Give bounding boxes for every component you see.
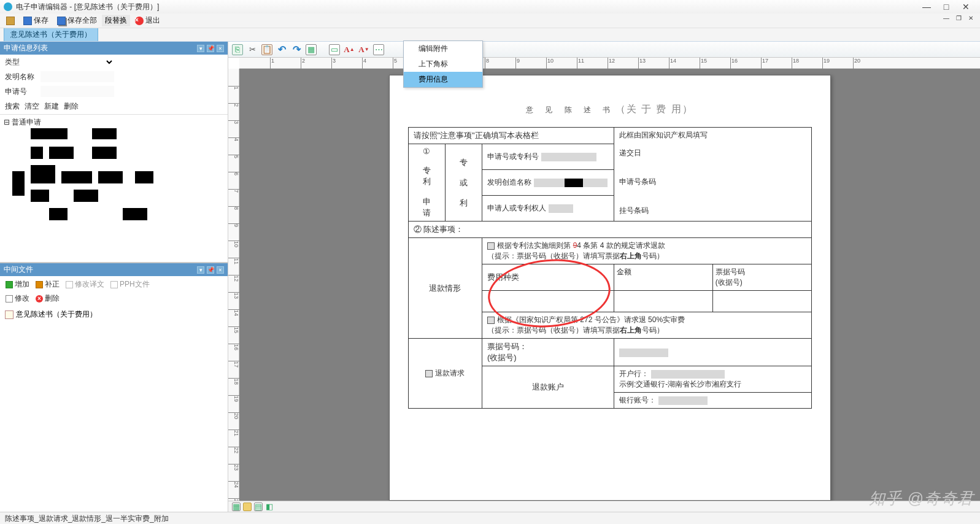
invention-name-input[interactable] bbox=[41, 71, 114, 82]
supplement-button[interactable]: 补正 bbox=[34, 279, 61, 290]
cut-icon[interactable]: ✂ bbox=[247, 44, 258, 55]
modify-button[interactable]: 修改 bbox=[4, 293, 31, 304]
window-controls: — □ ✕ bbox=[922, 2, 976, 11]
page-icon[interactable]: ▭ bbox=[329, 44, 340, 55]
mid-close-icon[interactable]: × bbox=[217, 266, 224, 274]
app-info-title: 申请信息列表 bbox=[4, 43, 48, 53]
redacted-tree-content bbox=[12, 128, 172, 239]
panel-close-icon[interactable]: × bbox=[217, 45, 224, 52]
exit-button[interactable]: ×退出 bbox=[131, 14, 164, 27]
amount-receipt-value[interactable] bbox=[614, 291, 812, 312]
reg-barcode-label: 挂号条码 bbox=[619, 206, 806, 216]
copy-icon[interactable]: ⎘ bbox=[232, 44, 243, 55]
menu-fee-info[interactable]: 费用信息 bbox=[404, 72, 482, 87]
app-info-panel: 申请信息列表 ▾📌× 类型 发明名称 申请号 搜索 清空 新建 删除 bbox=[0, 42, 228, 263]
editor-canvas[interactable]: 意 见 陈 述 书（关 于 费 用） 请按照"注意事项"正确填写本表格栏 此框由… bbox=[239, 69, 980, 501]
panel-pin-icon[interactable]: ▾ bbox=[197, 45, 204, 52]
instruction-cell: 请按照"注意事项"正确填写本表格栏 bbox=[408, 128, 614, 144]
rule1-cell: 根据专利法实施细则第 94 条第 4 款的规定请求退款 （提示：票据号码（收据号… bbox=[482, 238, 811, 264]
doc-title: 意 见 陈 述 书（关 于 费 用） bbox=[408, 100, 812, 116]
app-no-cell: 申请号或专利号 bbox=[482, 144, 614, 170]
context-menu: 编辑附件 上下角标 费用信息 bbox=[403, 40, 483, 88]
office-cell: 此框由国家知识产权局填写 递交日 申请号条码 挂号条码 bbox=[614, 128, 812, 222]
mid-files-header: 中间文件 ▾📌× bbox=[0, 263, 228, 276]
undo-icon[interactable]: ↶ bbox=[276, 44, 287, 55]
invention-name-cell: 发明创造名称 bbox=[482, 170, 614, 196]
save-button[interactable]: 保存 bbox=[20, 14, 52, 27]
panel-pin2-icon[interactable]: 📌 bbox=[207, 45, 214, 52]
type-label: 类型 bbox=[5, 57, 37, 67]
mdi-restore[interactable]: ❐ bbox=[954, 13, 963, 22]
refund-side-label: 退款情形 bbox=[408, 238, 482, 339]
mdi-controls: — ❐ ✕ bbox=[942, 13, 975, 22]
menu-sup-sub[interactable]: 上下角标 bbox=[404, 56, 482, 72]
status-bar: 陈述事项_退款请求_退款情形_退一半实审费_附加 bbox=[0, 512, 980, 524]
search-link[interactable]: 搜索 bbox=[5, 101, 20, 112]
editor-toolbar: ⎘ ✂ 📋 ↶ ↷ ▦ ▭ A▲ A▼ ⋯ 编辑附件 上下角标 费用信息 bbox=[228, 42, 980, 58]
mid-pin2-icon[interactable]: 📌 bbox=[207, 266, 214, 274]
table-icon[interactable]: ▦ bbox=[306, 44, 317, 55]
titlebar: 电子申请编辑器 - [意见陈述书（关于费用）] — □ ✕ bbox=[0, 0, 980, 13]
minimize-button[interactable]: — bbox=[922, 2, 931, 11]
fee-type-value[interactable] bbox=[482, 291, 614, 312]
view-mode-1-icon[interactable]: ▦ bbox=[232, 503, 241, 511]
section-2-header: ② 陈述事项： bbox=[408, 222, 811, 238]
refund-req-checkbox[interactable] bbox=[425, 370, 433, 377]
refund-request-label: 退款请求 bbox=[408, 339, 482, 409]
app-number-input[interactable] bbox=[41, 86, 114, 97]
ruler-horizontal: 1234567891011121314151617181920 bbox=[239, 58, 980, 69]
app-number-label: 申请号 bbox=[5, 87, 37, 97]
document-editor: ⎘ ✂ 📋 ↶ ↷ ▦ ▭ A▲ A▼ ⋯ 编辑附件 上下角标 费用信息 123… bbox=[228, 42, 980, 512]
mdi-minimize[interactable]: — bbox=[942, 13, 951, 22]
view-mode-2-icon[interactable] bbox=[243, 503, 252, 511]
more-icon[interactable]: ⋯ bbox=[373, 44, 384, 55]
window-title: 电子申请编辑器 - [意见陈述书（关于费用）] bbox=[16, 2, 922, 12]
submit-date-label: 递交日 bbox=[619, 148, 806, 158]
rule1-checkbox[interactable] bbox=[487, 242, 495, 250]
view-mode-3-icon[interactable]: ▤ bbox=[254, 503, 263, 511]
refund-acct-label: 退款账户 bbox=[482, 366, 614, 409]
mid-delete-button[interactable]: ×删除 bbox=[34, 293, 61, 304]
new-link[interactable]: 新建 bbox=[44, 101, 59, 112]
delete-link[interactable]: 删除 bbox=[64, 101, 79, 112]
tab-opinion-fee[interactable]: 意见陈述书（关于费用） bbox=[4, 28, 98, 41]
file-item-opinion[interactable]: 意见陈述书（关于费用） bbox=[5, 309, 223, 320]
app-info-header: 申请信息列表 ▾📌× bbox=[0, 42, 228, 55]
main-toolbar: 保存 保存全部 段替换 ×退出 — ❐ ✕ bbox=[0, 13, 980, 28]
applicant-cell: 申请人或专利权人 bbox=[482, 196, 614, 222]
menu-edit-attachment[interactable]: 编辑附件 bbox=[404, 41, 482, 56]
section-1-side: 专或利 bbox=[445, 144, 482, 222]
pph-button: PPH文件 bbox=[109, 279, 152, 290]
replace-button[interactable]: 段替换 bbox=[102, 15, 130, 26]
rule2-cell: 根据《国家知识产权局第 272 号公告》请求退 50%实审费 （提示：票据号码（… bbox=[482, 312, 811, 339]
section-1-num: ①专利申请 bbox=[408, 144, 445, 222]
font-increase-icon[interactable]: A▲ bbox=[344, 44, 355, 55]
maximize-button[interactable]: □ bbox=[942, 2, 951, 11]
add-button[interactable]: 增加 bbox=[4, 279, 31, 290]
receipt-no-value[interactable] bbox=[614, 339, 812, 366]
view-mode-4-icon[interactable]: ◧ bbox=[265, 503, 274, 511]
redo-icon[interactable]: ↷ bbox=[291, 44, 302, 55]
fee-type-header: 费用种类 bbox=[482, 264, 614, 291]
mdi-close[interactable]: ✕ bbox=[966, 13, 975, 22]
tree-root[interactable]: 普通申请 bbox=[12, 118, 41, 126]
rule2-checkbox[interactable] bbox=[487, 317, 495, 324]
watermark: 知乎 @奇奇君 bbox=[869, 488, 974, 509]
bank-cell: 开户行： 示例:交通银行-湖南省长沙市湘府支行 bbox=[614, 366, 812, 393]
toolbar-new-icon[interactable] bbox=[2, 15, 18, 26]
close-button[interactable]: ✕ bbox=[962, 2, 970, 11]
clear-link[interactable]: 清空 bbox=[25, 101, 39, 112]
document-tabstrip: 意见陈述书（关于费用） bbox=[0, 28, 980, 42]
amount-receipt-header: 金额票据号码 (收据号) bbox=[614, 264, 812, 291]
mid-files-title: 中间文件 bbox=[4, 264, 33, 275]
status-text: 陈述事项_退款请求_退款情形_退一半实审费_附加 bbox=[5, 514, 169, 523]
save-all-button[interactable]: 保存全部 bbox=[53, 14, 101, 27]
paste-icon[interactable]: 📋 bbox=[261, 44, 272, 55]
app-barcode-label: 申请号条码 bbox=[619, 177, 806, 187]
type-select[interactable] bbox=[41, 56, 114, 67]
mid-pin-icon[interactable]: ▾ bbox=[197, 266, 204, 274]
application-tree[interactable]: ⊟ 普通申请 bbox=[0, 114, 228, 262]
file-icon bbox=[5, 310, 14, 319]
form-table: 请按照"注意事项"正确填写本表格栏 此框由国家知识产权局填写 递交日 申请号条码… bbox=[408, 127, 812, 409]
font-decrease-icon[interactable]: A▼ bbox=[358, 44, 369, 55]
